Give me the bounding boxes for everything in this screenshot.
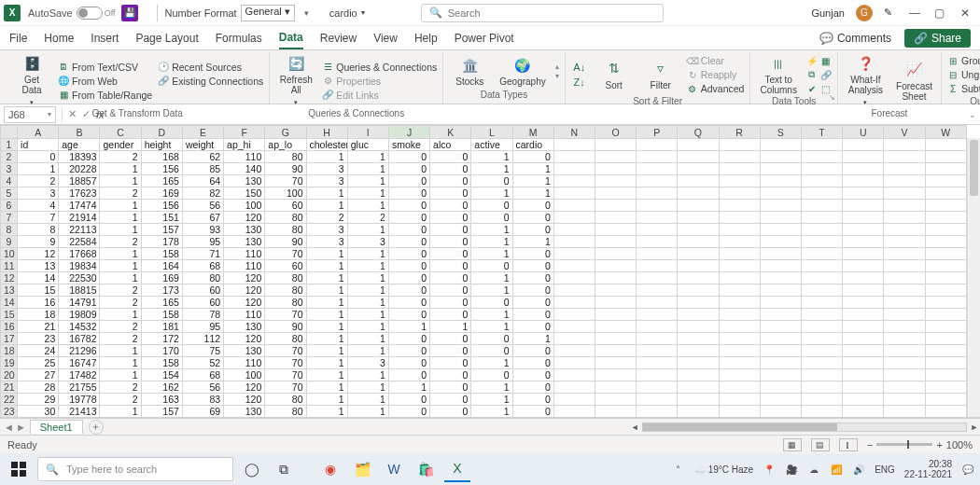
cell[interactable]: 0 (388, 236, 429, 248)
cell[interactable]: 15 (18, 284, 59, 297)
cell[interactable]: 0 (430, 357, 471, 369)
cell[interactable]: 2 (18, 175, 59, 187)
cell[interactable] (884, 200, 925, 212)
cell[interactable] (843, 151, 884, 163)
cell[interactable] (843, 272, 884, 284)
cell[interactable]: 23 (18, 333, 59, 345)
cell[interactable] (760, 224, 801, 236)
cell[interactable] (553, 309, 595, 321)
cell[interactable] (925, 418, 966, 419)
cell[interactable]: 93 (182, 224, 223, 236)
cell[interactable]: 1 (306, 381, 347, 394)
cell[interactable]: 1 (100, 175, 141, 187)
sheet-nav-next-icon[interactable]: ► (16, 422, 26, 433)
cell[interactable] (843, 284, 884, 297)
cell[interactable] (925, 236, 966, 248)
cell[interactable] (719, 163, 760, 175)
dialog-launcher-icon[interactable]: ↘ (829, 93, 835, 102)
cell[interactable] (843, 236, 884, 248)
cell[interactable] (595, 284, 636, 297)
cell[interactable] (719, 297, 760, 309)
cell[interactable] (553, 260, 595, 272)
subtotal-button[interactable]: ΣSubtotal (947, 82, 980, 95)
row-header[interactable]: 10 (1, 248, 18, 260)
cell[interactable]: 1 (512, 163, 553, 175)
cell[interactable] (801, 406, 842, 418)
cell[interactable]: 1 (471, 406, 512, 418)
header-cell[interactable]: cardio (512, 139, 553, 151)
cell[interactable]: 140 (224, 163, 265, 175)
cell[interactable]: 1 (306, 284, 347, 297)
col-header[interactable]: O (595, 126, 636, 139)
cell[interactable]: 110 (224, 309, 265, 321)
cell[interactable] (884, 309, 925, 321)
cell[interactable]: 1 (347, 297, 388, 309)
cell[interactable] (595, 151, 636, 163)
cell[interactable] (843, 369, 884, 381)
cell[interactable]: 0 (388, 260, 429, 272)
cell[interactable]: 1 (306, 260, 347, 272)
cell[interactable] (925, 272, 966, 284)
cell[interactable]: 130 (224, 175, 265, 187)
cell[interactable] (760, 321, 801, 333)
cell[interactable]: 1 (471, 248, 512, 260)
cell[interactable]: 1 (100, 224, 141, 236)
cell[interactable]: 1 (306, 272, 347, 284)
wifi-icon[interactable]: 📶 (830, 464, 843, 475)
cell[interactable]: 3 (306, 163, 347, 175)
cell[interactable] (760, 236, 801, 248)
cell[interactable] (884, 418, 925, 419)
cell[interactable] (595, 309, 636, 321)
cell[interactable]: 1 (347, 284, 388, 297)
cell[interactable] (884, 236, 925, 248)
row-header[interactable]: 15 (1, 309, 18, 321)
cell[interactable] (637, 175, 678, 187)
row-header[interactable]: 18 (1, 345, 18, 357)
col-header[interactable]: A (18, 126, 59, 139)
cell[interactable]: 62 (182, 151, 223, 163)
cell[interactable]: 178 (141, 236, 182, 248)
cell[interactable]: 60 (265, 260, 306, 272)
user-name[interactable]: Gunjan (811, 7, 844, 19)
cell[interactable] (884, 260, 925, 272)
cell[interactable] (925, 309, 966, 321)
flash-fill-icon[interactable]: ⚡ (806, 55, 818, 66)
col-header[interactable]: U (843, 126, 884, 139)
cell[interactable]: 80 (265, 212, 306, 224)
row-header[interactable]: 24 (1, 418, 18, 419)
qat-more-icon[interactable]: ▾ (304, 8, 309, 18)
cell[interactable]: 120 (224, 333, 265, 345)
cell[interactable] (678, 297, 719, 309)
tab-help[interactable]: Help (414, 28, 438, 48)
page-break-view-button[interactable]: ⫿ (839, 438, 858, 451)
cell[interactable] (595, 236, 636, 248)
cell[interactable]: 0 (430, 284, 471, 297)
row-header[interactable]: 7 (1, 212, 18, 224)
tab-view[interactable]: View (373, 28, 398, 48)
cell[interactable]: 2 (100, 284, 141, 297)
cell[interactable] (719, 418, 760, 419)
cell[interactable] (925, 248, 966, 260)
ungroup-button[interactable]: ⊟Ungroup ▾ (947, 68, 980, 81)
cell[interactable]: 12 (18, 248, 59, 260)
tab-formulas[interactable]: Formulas (216, 28, 262, 48)
cell[interactable] (884, 151, 925, 163)
cell[interactable] (678, 163, 719, 175)
cell[interactable] (884, 212, 925, 224)
row-header[interactable]: 23 (1, 406, 18, 418)
cell[interactable]: 0 (512, 248, 553, 260)
row-header[interactable]: 5 (1, 187, 18, 200)
cell[interactable] (884, 163, 925, 175)
cell[interactable]: 1 (471, 236, 512, 248)
cell[interactable]: 170 (141, 345, 182, 357)
cell[interactable]: 1 (347, 394, 388, 406)
cell[interactable] (801, 224, 842, 236)
save-icon[interactable]: 💾 (121, 5, 138, 21)
cell[interactable] (760, 381, 801, 394)
pen-icon[interactable]: ✎ (884, 7, 892, 19)
cell[interactable] (843, 381, 884, 394)
cell[interactable]: 0 (471, 175, 512, 187)
remove-duplicates-icon[interactable]: ⧉ (806, 69, 818, 80)
cell[interactable]: 1 (471, 394, 512, 406)
cell[interactable]: 1 (100, 406, 141, 418)
